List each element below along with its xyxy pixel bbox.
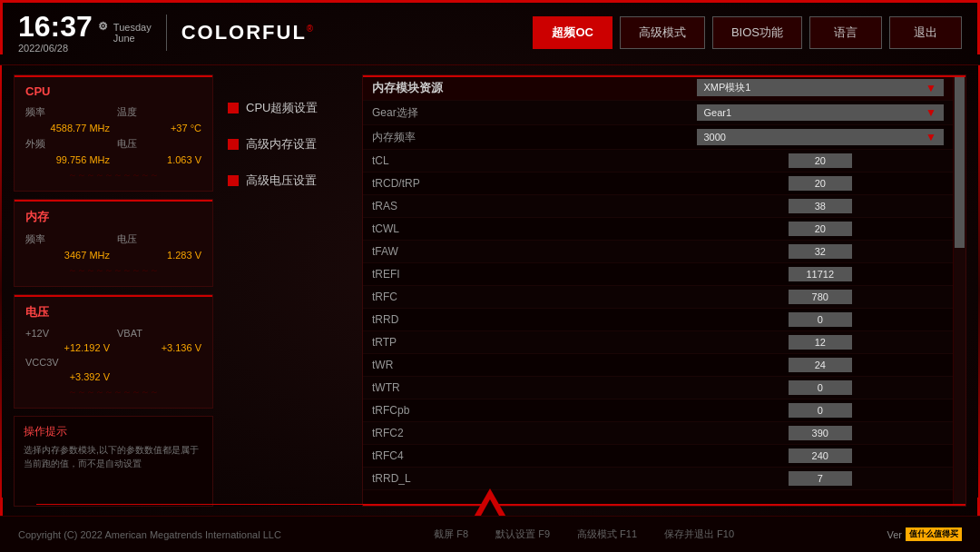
mem-param-value: 7 xyxy=(688,468,954,490)
cpu-extfreq-label: 外频 xyxy=(25,137,110,151)
param-dropdown[interactable]: Gear1▼ xyxy=(697,104,945,121)
shortcut-advanced: 高级模式 F11 xyxy=(577,527,637,541)
table-row: tRFCpb0 xyxy=(363,399,953,422)
bottom-shortcuts: 截屏 F8 默认设置 F9 高级模式 F11 保存并退出 F10 xyxy=(434,527,734,541)
time-section: 16:37 ⚙ 2022/06/28 Tuesday June xyxy=(18,12,152,54)
mem-param-value: 0 xyxy=(688,377,954,399)
nav-btn-advanced[interactable]: 高级模式 xyxy=(620,16,705,49)
mem-param-label: 内存频率 xyxy=(363,125,688,150)
param-value-bar: 20 xyxy=(789,222,852,236)
mem-param-value[interactable]: Gear1▼ xyxy=(688,101,954,125)
date-display: 2022/06/28 xyxy=(18,43,108,54)
hint-title: 操作提示 xyxy=(24,424,203,439)
time-display: 16:37 ⚙ xyxy=(18,12,108,41)
mem-param-value: 20 xyxy=(688,150,954,172)
mem-card-wave: ～～～～～～～～～～ xyxy=(25,264,201,277)
param-dropdown[interactable]: 3000▼ xyxy=(697,129,945,145)
mem-param-label: tRCD/tRP xyxy=(363,172,688,195)
menu-dot-mem-oc xyxy=(228,139,239,150)
mem-voltage-value: 1.283 V xyxy=(117,250,201,261)
cpu-card: CPU 频率 温度 4588.77 MHz +37 °C 外频 电压 99.75… xyxy=(14,74,213,192)
version-label: Ver xyxy=(887,529,902,540)
brand-name: COLORFUL xyxy=(181,21,307,44)
cpu-card-title: CPU xyxy=(25,84,201,98)
header: 16:37 ⚙ 2022/06/28 Tuesday June COLORFUL… xyxy=(0,0,980,65)
brand-badge: 值什么值得买 xyxy=(906,527,962,541)
mem-param-label: tRRD xyxy=(363,309,688,331)
mem-card-grid: 频率 电压 3467 MHz 1.283 V xyxy=(25,232,201,261)
header-divider xyxy=(166,15,167,51)
mem-param-value[interactable]: 3000▼ xyxy=(688,125,954,150)
nav-btn-exit[interactable]: 退出 xyxy=(889,16,962,49)
triangle-inner xyxy=(481,499,499,516)
param-dropdown-arrow: ▼ xyxy=(926,106,936,119)
cpu-card-grid: 频率 温度 4588.77 MHz +37 °C 外频 电压 99.756 MH… xyxy=(25,105,201,165)
menu-item-mem-oc[interactable]: 高级内存设置 xyxy=(224,129,351,160)
cpu-freq-label: 频率 xyxy=(25,105,110,119)
menu-item-volt-oc[interactable]: 高级电压设置 xyxy=(224,165,351,196)
param-value-bar: 7 xyxy=(789,471,852,486)
table-row: tCWL20 xyxy=(363,218,953,241)
mem-param-label: tRFC2 xyxy=(363,422,688,445)
mem-card-title: 内存 xyxy=(25,209,201,225)
day-display: Tuesday xyxy=(113,22,152,33)
param-value-bar: 390 xyxy=(789,426,852,440)
mem-param-label: tRFCpb xyxy=(363,399,688,422)
menu-dot-volt-oc xyxy=(228,175,239,186)
param-value-bar: 0 xyxy=(789,403,852,418)
cpu-card-wave: ～～～～～～～～～～ xyxy=(25,169,201,182)
time-value: 16:37 xyxy=(18,12,93,41)
table-row: tRRD_L7 xyxy=(363,468,953,490)
vbat-value: +3.136 V xyxy=(117,342,201,353)
table-row: tWR24 xyxy=(363,354,953,377)
nav-btn-lang[interactable]: 语言 xyxy=(809,16,882,49)
hint-box: 操作提示 选择内存参数模块,以下的参数数值都是属于当前跑的值，而不是自动设置 xyxy=(14,416,213,507)
mem-param-value: 780 xyxy=(688,286,954,309)
param-dropdown-arrow: ▼ xyxy=(926,131,936,143)
bottom-brand-area: Ver 值什么值得买 xyxy=(887,527,962,541)
right-panel: 内存模块资源 XMP模块1 ▼ Gear选择Gear1▼内存频率3000▼tCL… xyxy=(362,74,966,507)
power-card-grid: +12V VBAT +12.192 V +3.136 V VCC3V +3.39… xyxy=(25,328,201,382)
mem-param-value: 20 xyxy=(688,172,954,195)
table-row: tRFC2390 xyxy=(363,422,953,445)
menu-label-mem-oc: 高级内存设置 xyxy=(246,136,317,153)
power-card: 电压 +12V VBAT +12.192 V +3.136 V VCC3V +3… xyxy=(14,294,213,409)
shortcut-save: 保存并退出 F10 xyxy=(664,527,734,541)
v12-label: +12V xyxy=(25,328,110,339)
table-row: tRFC780 xyxy=(363,286,953,309)
table-row: tFAW32 xyxy=(363,241,953,263)
mem-param-value: 0 xyxy=(688,309,954,331)
cpu-temp-label: 温度 xyxy=(117,105,201,119)
table-row: tWTR0 xyxy=(363,377,953,399)
vbat-label: VBAT xyxy=(117,328,201,339)
registered-mark: ® xyxy=(307,23,315,33)
copyright-text: Copyright (C) 2022 American Megatrends I… xyxy=(18,529,281,540)
v12-value: +12.192 V xyxy=(25,342,110,353)
cpu-temp-value: +37 °C xyxy=(117,123,201,133)
param-value-bar: 0 xyxy=(789,312,852,327)
nav-btn-oc[interactable]: 超频OC xyxy=(533,16,612,49)
mem-param-label: Gear选择 xyxy=(363,101,688,125)
menu-dot-cpu-oc xyxy=(228,103,239,113)
middle-panel: CPU超频设置 高级内存设置 高级电压设置 xyxy=(224,74,351,507)
scrollbar-track[interactable] xyxy=(953,77,965,504)
mem-freq-label: 频率 xyxy=(25,232,110,246)
param-value-bar: 0 xyxy=(789,380,852,395)
bottom-deco-line-left xyxy=(36,504,417,505)
mem-param-value: 24 xyxy=(688,354,954,377)
xmp-dropdown-value: XMP模块1 xyxy=(704,81,751,94)
left-panel: CPU 频率 温度 4588.77 MHz +37 °C 外频 电压 99.75… xyxy=(14,74,213,507)
scrollbar-thumb[interactable] xyxy=(955,77,965,248)
mem-param-label: tCL xyxy=(363,150,688,172)
menu-item-cpu-oc[interactable]: CPU超频设置 xyxy=(224,93,351,123)
bottom-deco-line-right xyxy=(563,504,944,505)
cpu-extfreq-value: 99.756 MHz xyxy=(25,154,110,165)
nav-btn-bios[interactable]: BIOS功能 xyxy=(712,16,802,49)
param-value-bar: 780 xyxy=(789,290,852,304)
table-row: Gear选择Gear1▼ xyxy=(363,101,953,125)
mem-param-label: tFAW xyxy=(363,241,688,263)
table-row: tRCD/tRP20 xyxy=(363,172,953,195)
param-dropdown-value: Gear1 xyxy=(704,107,732,118)
xmp-dropdown[interactable]: XMP模块1 ▼ xyxy=(697,79,945,96)
cpu-voltage-value: 1.063 V xyxy=(117,154,201,165)
